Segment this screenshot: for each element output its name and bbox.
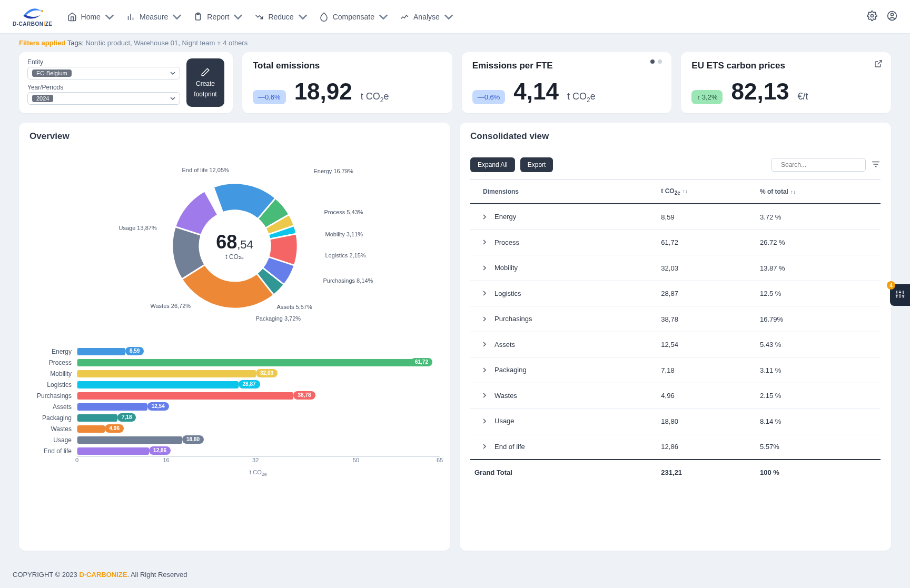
overview-card: Overview 68,54 t CO₂ₑ Energy 16,79%Proce… <box>19 123 450 551</box>
bar-fill[interactable] <box>77 414 117 422</box>
create-footprint-button[interactable]: Create footprint <box>186 58 224 107</box>
carousel-dots[interactable] <box>650 59 662 64</box>
bar-fill[interactable] <box>77 392 293 400</box>
nav-item-report[interactable]: Report <box>193 12 243 22</box>
row-expand[interactable]: Process <box>474 238 519 246</box>
donut-label: Logistics 2,15% <box>325 252 366 258</box>
nav-item-analyse[interactable]: Analyse <box>400 12 453 22</box>
bar-fill[interactable] <box>77 370 256 377</box>
kpi-emissions-per-fte: Emissions per FTE —0,6% 4,14 t CO2e <box>462 52 672 113</box>
consolidated-title: Consolidated view <box>470 131 881 142</box>
side-drawer-toggle[interactable]: 4 <box>890 284 910 306</box>
kpi-eu-ets: EU ETS carbon prices ↑3,2% 82,13 €/t <box>681 52 891 113</box>
dimension-name: Purchasings <box>494 315 532 323</box>
row-expand[interactable]: Energy <box>474 213 516 221</box>
table-row: Packaging7,183.11 % <box>470 357 881 383</box>
chevron-down-icon <box>170 96 175 101</box>
export-button[interactable]: Export <box>520 157 553 172</box>
nav-label: Reduce <box>268 13 293 21</box>
entity-select[interactable]: EC-Belgium <box>27 67 180 79</box>
bar-row: Wastes4,96 <box>29 423 440 434</box>
bar-value-badge: 8,59 <box>125 347 144 355</box>
row-expand[interactable]: Usage <box>474 417 515 425</box>
chevron-right-icon <box>482 367 487 373</box>
filter-icon[interactable] <box>871 160 881 171</box>
delta-chip: ↑3,2% <box>691 90 723 104</box>
bar-fill[interactable] <box>77 381 239 388</box>
chevron-down-icon <box>379 12 388 22</box>
clipboard-icon <box>193 12 203 22</box>
footer: COPYRIGHT © 2023 D-CARBONIZE. All Right … <box>0 561 910 588</box>
search-input[interactable] <box>771 158 866 172</box>
trend-down-icon <box>254 12 264 22</box>
cell-pct: 13.87 % <box>756 255 881 281</box>
nav-label: Home <box>81 13 101 21</box>
delta-chip: —0,6% <box>253 90 286 104</box>
bar-fill[interactable] <box>77 425 105 433</box>
bar-value-badge: 12,54 <box>147 402 169 411</box>
bar-fill[interactable] <box>77 348 125 355</box>
entity-value: EC-Belgium <box>32 69 72 77</box>
row-expand[interactable]: Wastes <box>474 392 517 400</box>
axis-tick: 50 <box>353 457 359 463</box>
row-expand[interactable]: Assets <box>474 341 515 348</box>
row-expand[interactable]: End of life <box>474 443 525 451</box>
table-row: Usage18,808.14 % <box>470 408 881 434</box>
kpi-value: 4,14 <box>513 78 559 105</box>
grand-total-label: Grand Total <box>470 460 657 485</box>
bar-row: Energy8,59 <box>29 346 440 357</box>
grand-total-row: Grand Total231,21100 % <box>470 460 881 485</box>
bar-category: End of life <box>29 447 77 455</box>
svg-point-0 <box>41 10 43 12</box>
row-expand[interactable]: Logistics <box>474 290 521 297</box>
bar-category: Energy <box>29 348 77 355</box>
row-expand[interactable]: Purchasings <box>474 315 532 323</box>
bar-axis: 016325065 <box>77 456 440 467</box>
settings-icon[interactable] <box>867 11 877 23</box>
donut-label: Assets 5,57% <box>277 304 312 310</box>
dimension-name: Logistics <box>494 290 521 297</box>
col-tco[interactable]: t CO2e↑↓ <box>657 180 756 204</box>
kpi-unit: t CO2e <box>361 91 389 104</box>
axis-tick: 0 <box>75 457 78 463</box>
nav-item-home[interactable]: Home <box>67 12 114 22</box>
bar-fill[interactable] <box>77 359 421 366</box>
donut-label: Process 5,43% <box>324 209 363 215</box>
user-icon[interactable] <box>887 11 897 23</box>
dimension-name: Wastes <box>494 392 517 400</box>
bar-fill[interactable] <box>77 436 182 444</box>
bar-category: Mobility <box>29 370 77 377</box>
nav-item-measure[interactable]: Measure <box>126 12 182 22</box>
row-expand[interactable]: Packaging <box>474 366 527 374</box>
donut-seg-end-of-life[interactable] <box>175 191 217 235</box>
col-dimensions[interactable]: Dimensions <box>470 180 657 204</box>
donut-label: End of life 12,05% <box>182 167 229 173</box>
bar-fill[interactable] <box>77 403 147 411</box>
cell-tco: 12,54 <box>657 332 756 357</box>
row-expand[interactable]: Mobility <box>474 264 518 272</box>
nav-item-reduce[interactable]: Reduce <box>254 12 307 22</box>
cell-tco: 28,87 <box>657 281 756 306</box>
dimension-name: Assets <box>494 341 515 348</box>
header: D-CARBONIZE HomeMeasureReportReduceCompe… <box>0 0 910 34</box>
year-select[interactable]: 2024 <box>27 92 180 105</box>
consolidated-card: Consolidated view Expand All Export Dime… <box>460 123 891 551</box>
logo[interactable]: D-CARBONIZE <box>13 6 53 27</box>
nav-item-compensate[interactable]: Compensate <box>319 12 388 22</box>
dimension-name: Energy <box>494 213 516 221</box>
bar-axis-title: t CO2e <box>77 469 440 477</box>
bar-row: Usage18,80 <box>29 434 440 445</box>
dimension-name: Mobility <box>494 264 518 272</box>
donut-label: Wastes 26,72% <box>151 303 191 309</box>
bar-category: Purchasings <box>29 392 77 400</box>
svg-line-9 <box>878 61 882 64</box>
overview-title: Overview <box>29 131 440 142</box>
bar-row: Process61,72 <box>29 357 440 368</box>
chevron-right-icon <box>482 418 487 424</box>
expand-all-button[interactable]: Expand All <box>470 157 515 172</box>
donut-label: Packaging 3,72% <box>256 315 301 322</box>
bar-fill[interactable] <box>77 447 149 455</box>
col-pct[interactable]: % of total↑↓ <box>756 180 881 204</box>
filters-applied-label: Filters applied <box>19 39 65 47</box>
external-link-icon[interactable] <box>874 59 883 69</box>
